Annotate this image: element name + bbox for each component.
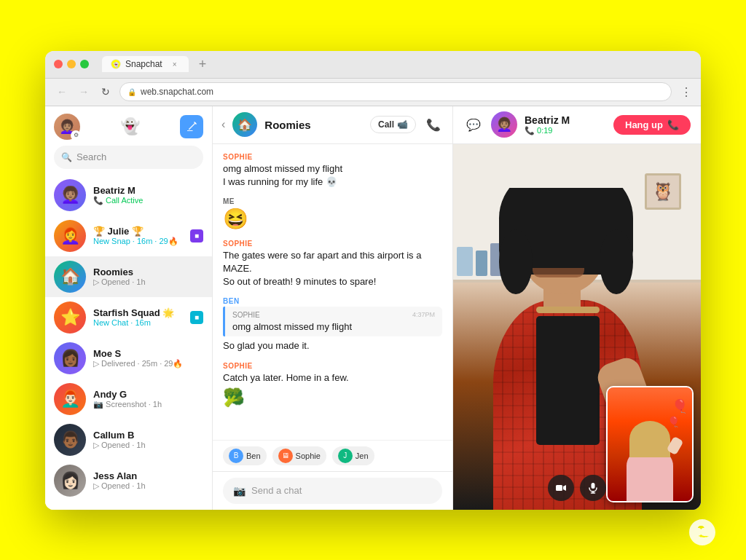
participant-chip-jen[interactable]: J Jen bbox=[332, 446, 374, 465]
contact-info-callum: Callum B ▷ Opened · 1h bbox=[93, 430, 203, 450]
avatar-julie: 👩‍🦰 bbox=[54, 220, 86, 252]
maximize-window-button[interactable] bbox=[80, 60, 89, 68]
participant-avatar-jen: J bbox=[338, 449, 353, 463]
chat-input-area: 📷 Send a chat bbox=[213, 471, 452, 510]
sidebar-top: 👩🏽‍🦱 ⚙ 👻 bbox=[45, 106, 212, 146]
message-sender: BEN bbox=[223, 297, 442, 305]
unread-badge: ■ bbox=[190, 229, 203, 242]
browser-tab[interactable]: 👻 Snapchat × bbox=[102, 56, 189, 72]
message-text: Catch ya later. Home in a few. bbox=[223, 371, 442, 384]
snapchat-favicon: 👻 bbox=[111, 59, 121, 69]
tab-close-button[interactable]: × bbox=[170, 59, 180, 69]
chat-messages: SOPHIE omg almost missed my flightI was … bbox=[213, 144, 452, 440]
contact-name: Roomies bbox=[93, 267, 203, 277]
browser-window: 👻 Snapchat × + ← → ↻ 🔒 web.snapchat.com … bbox=[45, 51, 701, 510]
search-icon: 🔍 bbox=[61, 152, 72, 162]
contact-item-callum[interactable]: 👨🏾 Callum B ▷ Opened · 1h bbox=[45, 419, 212, 460]
message-group-1: SOPHIE omg almost missed my flightI was … bbox=[223, 153, 442, 189]
call-button[interactable]: Call 📹 bbox=[370, 116, 416, 133]
contact-info-beatriz: Beatriz M 📞 Call Active bbox=[93, 185, 203, 205]
avatar-moe: 👩🏾 bbox=[54, 342, 86, 374]
contact-item-moe[interactable]: 👩🏾 Moe S ▷ Delivered · 25m · 29🔥 bbox=[45, 338, 212, 379]
mini-person bbox=[616, 410, 684, 501]
snapchat-ghost-icon: 👻 bbox=[120, 117, 140, 136]
call-label: Call bbox=[378, 119, 394, 130]
browser-menu-button[interactable]: ⋮ bbox=[680, 85, 692, 99]
contact-status: ▷ Opened · 1h bbox=[93, 441, 203, 450]
message-sender: SOPHIE bbox=[223, 153, 442, 161]
browser-toolbar: ← → ↻ 🔒 web.snapchat.com ⋮ bbox=[45, 79, 701, 106]
contact-item-starfish[interactable]: ⭐ Starfish Squad 🌟 New Chat · 16m ■ bbox=[45, 297, 212, 338]
unread-badge: ■ bbox=[190, 311, 203, 324]
chat-header-actions: Call 📹 📞 bbox=[370, 114, 444, 135]
url-text: web.snapchat.com bbox=[141, 87, 664, 97]
mini-video: 🎈 🎈 bbox=[606, 386, 694, 502]
browser-titlebar: 👻 Snapchat × + bbox=[45, 51, 701, 79]
back-button[interactable]: ‹ bbox=[221, 118, 225, 131]
quote-text: omg almost missed my flight bbox=[232, 321, 435, 332]
avatar-callum: 👨🏾 bbox=[54, 424, 86, 456]
new-tab-button[interactable]: + bbox=[199, 57, 207, 72]
search-bar[interactable]: 🔍 Search bbox=[54, 146, 203, 169]
participant-avatar-ben: B bbox=[229, 449, 243, 463]
caller-info: Beatriz M 📞 0:19 bbox=[525, 114, 606, 135]
close-window-button[interactable] bbox=[54, 60, 63, 68]
refresh-button[interactable]: ↻ bbox=[98, 84, 114, 100]
avatar-jess: 👩🏻 bbox=[54, 465, 86, 497]
settings-badge: ⚙ bbox=[71, 130, 81, 141]
contact-status: ▷ Delivered · 25m · 29🔥 bbox=[93, 359, 203, 368]
contact-info-starfish: Starfish Squad 🌟 New Chat · 16m bbox=[93, 307, 183, 327]
message-sender: SOPHIE bbox=[223, 240, 442, 248]
message-group-2: ME 😆 bbox=[223, 197, 442, 231]
message-sender: ME bbox=[223, 197, 442, 205]
address-bar[interactable]: 🔒 web.snapchat.com bbox=[119, 82, 672, 101]
contact-item-beatriz[interactable]: 👩🏽‍🦱 Beatriz M 📞 Call Active bbox=[45, 175, 212, 216]
video-main: 🦉 bbox=[453, 144, 701, 510]
chat-participants: B Ben 🖥 Sophie J Jen bbox=[213, 440, 452, 471]
message-emoji: 😆 bbox=[223, 207, 442, 231]
avatar-beatriz: 👩🏽‍🦱 bbox=[54, 179, 86, 211]
chat-input[interactable]: 📷 Send a chat bbox=[223, 478, 442, 504]
video-controls bbox=[548, 475, 606, 501]
tab-title: Snapchat bbox=[125, 59, 162, 69]
phone-button[interactable]: 📞 bbox=[423, 114, 444, 135]
contact-status: 📷 Screenshot · 1h bbox=[93, 400, 203, 409]
hang-up-button[interactable]: Hang up 📞 bbox=[613, 115, 691, 135]
contact-item-julie[interactable]: 👩‍🦰 🏆 Julie 🏆 New Snap · 16m · 29🔥 ■ bbox=[45, 216, 212, 256]
compose-icon bbox=[186, 121, 197, 133]
back-button[interactable]: ← bbox=[54, 84, 70, 100]
participant-name-sophie: Sophie bbox=[296, 451, 321, 460]
beatriz-avatar: 👩🏽‍🦱 bbox=[491, 111, 517, 138]
page-wrapper: 👻 Snapchat × + ← → ↻ 🔒 web.snapchat.com … bbox=[0, 0, 746, 560]
chat-title: Roomies bbox=[264, 119, 363, 131]
security-lock-icon: 🔒 bbox=[127, 88, 136, 96]
snapchat-logo bbox=[688, 518, 717, 547]
contact-name: Beatriz M bbox=[93, 185, 203, 196]
forward-button[interactable]: → bbox=[76, 84, 92, 100]
message-group-5: SOPHIE Catch ya later. Home in a few. 🥦 bbox=[223, 362, 442, 408]
user-avatar[interactable]: 👩🏽‍🦱 ⚙ bbox=[54, 114, 80, 140]
minimize-window-button[interactable] bbox=[67, 60, 76, 68]
caller-name: Beatriz M bbox=[525, 114, 606, 126]
svg-rect-2 bbox=[556, 485, 562, 491]
contact-item-roomies[interactable]: 🏠 Roomies ▷ Opened · 1h bbox=[45, 256, 212, 297]
toggle-video-button[interactable] bbox=[548, 475, 574, 501]
avatar-roomies: 🏠 bbox=[54, 261, 86, 293]
contact-info-andy: Andy G 📷 Screenshot · 1h bbox=[93, 389, 203, 409]
camera-icon: 📷 bbox=[233, 485, 246, 497]
message-text: The gates were so far apart and this air… bbox=[223, 249, 442, 289]
mic-toggle-icon bbox=[587, 482, 599, 494]
contact-item-jess[interactable]: 👩🏻 Jess Alan ▷ Opened · 1h bbox=[45, 460, 212, 501]
participant-chip-ben[interactable]: B Ben bbox=[223, 446, 267, 465]
svg-rect-3 bbox=[592, 483, 595, 489]
compose-button[interactable] bbox=[180, 115, 203, 138]
hang-up-label: Hang up bbox=[625, 119, 663, 130]
chat-icon[interactable]: 💬 bbox=[463, 114, 484, 135]
toggle-mic-button[interactable] bbox=[580, 475, 606, 501]
participant-chip-sophie[interactable]: 🖥 Sophie bbox=[272, 446, 326, 465]
message-group-4: BEN SOPHIE 4:37PM omg almost missed my f… bbox=[223, 297, 442, 352]
message-sender: SOPHIE bbox=[223, 362, 442, 370]
video-panel: 💬 👩🏽‍🦱 Beatriz M 📞 0:19 Hang up 📞 bbox=[453, 106, 701, 510]
sidebar: 👩🏽‍🦱 ⚙ 👻 🔍 Search bbox=[45, 106, 213, 510]
contact-item-andy[interactable]: 👨🏻‍🦰 Andy G 📷 Screenshot · 1h bbox=[45, 379, 212, 419]
